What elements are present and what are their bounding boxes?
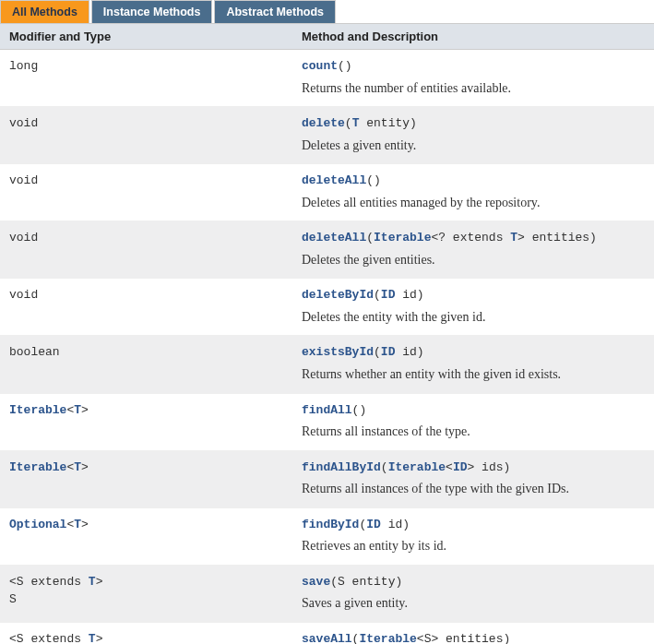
methods-table-body: longcount()Returns the number of entitie… — [0, 50, 654, 644]
method-description: Returns all instances of the type. — [302, 423, 645, 441]
method-params: (S entity) — [330, 575, 402, 589]
method-name-link[interactable]: deleteById — [302, 288, 374, 302]
table-row: Iterable<T>findAll()Returns all instance… — [0, 394, 654, 451]
method-signature: findAll() — [302, 401, 645, 420]
method-name-link[interactable]: delete — [302, 116, 345, 130]
method-name-link[interactable]: saveAll — [302, 632, 352, 644]
table-row: voiddeleteById(ID id)Deletes the entity … — [0, 279, 654, 336]
modifier-cell: void — [0, 164, 292, 221]
method-params: (ID id) — [374, 288, 424, 302]
table-row: voiddeleteAll(Iterable<? extends T> enti… — [0, 221, 654, 279]
table-row: longcount()Returns the number of entitie… — [0, 50, 654, 107]
modifier-cell: void — [0, 279, 292, 335]
method-params: (ID id) — [374, 345, 424, 359]
method-cell: existsById(ID id)Returns whether an enti… — [292, 336, 654, 392]
method-description: Deletes all entities managed by the repo… — [302, 194, 645, 212]
method-signature: count() — [302, 57, 645, 76]
method-description: Returns the number of entities available… — [302, 79, 645, 98]
method-name-link[interactable]: existsById — [302, 345, 374, 359]
method-params: (Iterable<? extends T> entities) — [366, 231, 597, 244]
method-description: Saves a given entity. — [302, 594, 645, 613]
modifier-cell: <S extends T>Iterable<S> — [0, 623, 292, 644]
method-name-link[interactable]: deleteAll — [302, 231, 366, 244]
method-name-link[interactable]: deleteAll — [302, 173, 366, 187]
method-name-link[interactable]: findAllById — [302, 460, 381, 474]
tab-abstract-methods[interactable]: Abstract Methods — [214, 0, 336, 23]
header-modifier: Modifier and Type — [0, 24, 292, 49]
method-cell: delete(T entity)Deletes a given entity. — [292, 107, 654, 163]
method-cell: findAll()Returns all instances of the ty… — [292, 394, 654, 450]
method-cell: deleteAll()Deletes all entities managed … — [292, 164, 654, 221]
modifier-cell: void — [0, 221, 292, 278]
table-row: Optional<T>findById(ID id)Retrieves an e… — [0, 508, 654, 566]
modifier-cell: Iterable<T> — [0, 394, 292, 450]
method-name-link[interactable]: findAll — [302, 403, 352, 417]
method-cell: save(S entity)Saves a given entity. — [292, 566, 654, 622]
modifier-cell: long — [0, 50, 292, 106]
method-name-link[interactable]: count — [302, 59, 338, 73]
table-row: <S extends T>Ssave(S entity)Saves a give… — [0, 566, 654, 623]
method-cell: saveAll(Iterable<S> entities)Saves all g… — [292, 623, 654, 644]
table-row: voiddelete(T entity)Deletes a given enti… — [0, 107, 654, 164]
tab-all-methods[interactable]: All Methods — [0, 0, 89, 23]
method-description: Returns whether an entity with the given… — [302, 365, 645, 384]
modifier-cell: Iterable<T> — [0, 451, 292, 507]
method-signature: save(S entity) — [302, 573, 645, 591]
method-params: (Iterable<S> entities) — [352, 632, 511, 644]
modifier-cell: void — [0, 107, 292, 163]
method-cell: findById(ID id)Retrieves an entity by it… — [292, 508, 654, 565]
modifier-cell: boolean — [0, 336, 292, 392]
method-params: () — [338, 59, 352, 73]
method-description: Retrieves an entity by its id. — [302, 537, 645, 555]
tab-instance-methods[interactable]: Instance Methods — [91, 0, 213, 23]
modifier-cell: <S extends T>S — [0, 566, 292, 622]
method-description: Deletes the entity with the given id. — [302, 308, 645, 327]
method-params: (T entity) — [345, 116, 417, 130]
method-signature: deleteAll(Iterable<? extends T> entities… — [302, 229, 645, 247]
method-params: (ID id) — [359, 518, 410, 531]
table-row: Iterable<T>findAllById(Iterable<ID> ids)… — [0, 451, 654, 508]
table-row: voiddeleteAll()Deletes all entities mana… — [0, 164, 654, 221]
method-params: () — [352, 403, 367, 417]
table-row: booleanexistsById(ID id)Returns whether … — [0, 336, 654, 393]
modifier-cell: Optional<T> — [0, 508, 292, 565]
method-description: Deletes a given entity. — [302, 137, 645, 155]
method-tabs: All MethodsInstance MethodsAbstract Meth… — [0, 0, 654, 24]
method-params: () — [366, 173, 381, 187]
method-cell: deleteById(ID id)Deletes the entity with… — [292, 279, 654, 335]
method-signature: saveAll(Iterable<S> entities) — [302, 630, 645, 644]
method-params: (Iterable<ID> ids) — [381, 460, 510, 474]
table-header: Modifier and Type Method and Description — [0, 24, 654, 50]
method-signature: deleteById(ID id) — [302, 286, 645, 304]
method-description: Returns all instances of the type with t… — [302, 480, 645, 498]
method-cell: findAllById(Iterable<ID> ids)Returns all… — [292, 451, 654, 507]
method-signature: delete(T entity) — [302, 114, 645, 133]
header-method: Method and Description — [292, 24, 654, 49]
method-description: Deletes the given entities. — [302, 251, 645, 269]
method-signature: existsById(ID id) — [302, 343, 645, 362]
method-name-link[interactable]: save — [302, 575, 330, 589]
method-cell: count()Returns the number of entities av… — [292, 50, 654, 106]
method-signature: findById(ID id) — [302, 516, 645, 534]
table-row: <S extends T>Iterable<S>saveAll(Iterable… — [0, 623, 654, 644]
method-signature: findAllById(Iterable<ID> ids) — [302, 459, 645, 477]
method-name-link[interactable]: findById — [302, 518, 359, 531]
method-signature: deleteAll() — [302, 172, 645, 190]
method-cell: deleteAll(Iterable<? extends T> entities… — [292, 221, 654, 278]
